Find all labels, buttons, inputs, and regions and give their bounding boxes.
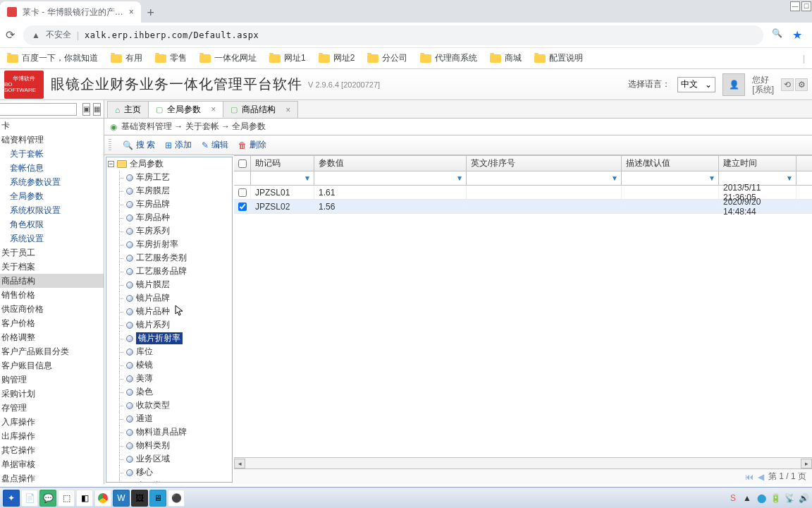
address-bar[interactable]: ▲ 不安全 | xalk.erp.ihberp.com/Default.aspx	[23, 25, 763, 45]
search-button[interactable]: 🔍搜 索	[123, 139, 155, 151]
task-icon[interactable]: ⬚	[58, 490, 75, 507]
sidebar-item[interactable]: 关于员工	[0, 246, 104, 260]
task-icon[interactable]: ◧	[76, 490, 93, 507]
tray-icon[interactable]: S	[727, 492, 739, 504]
tree-item[interactable]: 美薄	[106, 372, 232, 385]
sidebar-item[interactable]: 关于档案	[0, 260, 104, 274]
tree-item[interactable]: 移心	[106, 466, 232, 479]
chrome-icon[interactable]	[94, 490, 111, 507]
column-header[interactable]: 建立时间	[719, 156, 796, 171]
sidebar-item[interactable]: 盘点操作	[0, 471, 104, 484]
table-row[interactable]: JPZSL021.562020/9/20 14:48:44	[234, 200, 812, 214]
bookmark-item[interactable]: 代理商系统	[420, 52, 477, 64]
sidebar-item[interactable]: 系统设置	[0, 231, 104, 246]
filter-cell[interactable]: ▼	[622, 171, 719, 185]
task-icon[interactable]: 🖼	[131, 490, 148, 507]
scroll-right-icon[interactable]: ▸	[801, 459, 812, 468]
sidebar-item[interactable]: 出库操作	[0, 429, 104, 443]
bookmark-item[interactable]: 商城	[490, 52, 522, 64]
tree-item[interactable]: 物料道具品牌	[106, 425, 232, 439]
sidebar-item[interactable]: 关于套帐	[0, 147, 104, 161]
tree-item[interactable]: 库位	[106, 345, 232, 358]
gear-icon[interactable]: ⚙	[795, 78, 808, 91]
column-header[interactable]: 描述/默认值	[622, 156, 719, 171]
tray-icon[interactable]: ▲	[742, 492, 753, 504]
collapse-icon[interactable]: ▣	[82, 103, 90, 116]
reload-icon[interactable]: ⟳	[6, 28, 15, 42]
tree-item[interactable]: 镜片系列	[106, 318, 232, 332]
edit-button[interactable]: ✎编辑	[202, 139, 228, 151]
filter-cell[interactable]	[234, 171, 251, 185]
filter-cell[interactable]: ▼	[251, 171, 314, 185]
prev-page-icon[interactable]: ◀	[758, 472, 764, 482]
sidebar-item[interactable]: 系统参数设置	[0, 175, 104, 189]
sidebar-item[interactable]: 卡	[0, 119, 104, 133]
column-header[interactable]: 英文/排序号	[467, 156, 622, 171]
tree-item[interactable]: 车房品牌	[106, 198, 232, 211]
sidebar-item[interactable]: 础资料管理	[0, 133, 104, 147]
tree-item[interactable]: 通道	[106, 412, 232, 425]
tree-root[interactable]: −全局参数	[106, 157, 232, 171]
delete-button[interactable]: 🗑删除	[238, 139, 266, 151]
task-icon[interactable]: W	[113, 490, 130, 507]
tree-item[interactable]: 镜片品牌	[106, 291, 232, 305]
sidebar-item[interactable]: 购管理	[0, 373, 104, 387]
column-header[interactable]: 助记码	[251, 156, 314, 171]
bookmark-item[interactable]: 网址2	[319, 52, 355, 64]
close-icon[interactable]: ×	[285, 105, 290, 115]
bookmark-item[interactable]: 有用	[111, 52, 142, 64]
content-tab[interactable]: ▢全局参数×	[149, 101, 223, 118]
sidebar-item[interactable]: 系统权限设置	[0, 203, 104, 217]
expand-icon[interactable]: ▦	[93, 103, 101, 116]
bookmark-star-icon[interactable]: ★	[792, 28, 802, 42]
sidebar-item[interactable]: 套帐信息	[0, 161, 104, 175]
sidebar-item[interactable]: 客户账目信息	[0, 358, 104, 373]
sidebar-item[interactable]: 客户价格	[0, 316, 104, 330]
avatar[interactable]: 👤	[722, 73, 745, 96]
bookmark-item[interactable]: 配置说明	[534, 52, 583, 64]
sidebar-item[interactable]: 其它操作	[0, 443, 104, 457]
tree-item[interactable]: 工艺服务类别	[106, 251, 232, 265]
bookmark-item[interactable]: 网址1	[269, 52, 306, 64]
task-icon[interactable]: ✦	[3, 490, 20, 507]
task-icon[interactable]: ⚫	[168, 490, 185, 507]
tree-item[interactable]: 染色	[106, 385, 232, 399]
tree-item[interactable]: 账目类目	[106, 479, 232, 483]
lang-select[interactable]: 中文⌄	[677, 77, 715, 92]
bookmark-item[interactable]: 分公司	[367, 52, 407, 64]
sidebar-item[interactable]: 单据审核	[0, 457, 104, 471]
tree-item[interactable]: 镜片折射率	[106, 332, 232, 345]
scroll-left-icon[interactable]: ◂	[234, 459, 245, 468]
bookmark-item[interactable]: 零售	[155, 52, 187, 64]
minimize-icon[interactable]: —	[790, 1, 800, 11]
filter-cell[interactable]: ▼	[467, 171, 622, 185]
content-tab[interactable]: ⌂主页	[107, 101, 149, 118]
task-icon[interactable]: 📄	[21, 490, 38, 507]
new-tab-button[interactable]: +	[141, 3, 161, 23]
filter-cell[interactable]: ▼	[314, 171, 467, 185]
row-checkbox[interactable]	[238, 188, 247, 197]
sidebar-item[interactable]: 客户产品账目分类	[0, 344, 104, 358]
tree-item[interactable]: 业务区域	[106, 452, 232, 466]
tray-icon[interactable]: ⬤	[756, 492, 767, 504]
sidebar-item[interactable]: 供应商价格	[0, 302, 104, 316]
tree-item[interactable]: 物料类别	[106, 439, 232, 452]
tray-icon[interactable]: 📡	[784, 492, 795, 504]
collapse-icon[interactable]: −	[108, 161, 114, 167]
content-tab[interactable]: ▢商品结构×	[223, 101, 298, 118]
row-checkbox[interactable]	[238, 202, 247, 211]
tree-item[interactable]: 车房品种	[106, 211, 232, 224]
tree-item[interactable]: 棱镜	[106, 358, 232, 372]
tree-item[interactable]: 工艺服务品牌	[106, 265, 232, 278]
bookmark-item[interactable]: 百度一下，你就知道	[7, 52, 98, 64]
tree-item[interactable]: 车房系列	[106, 224, 232, 238]
tree-item[interactable]: 车房膜层	[106, 184, 232, 198]
task-icon[interactable]: 💬	[39, 490, 56, 507]
tray-icon[interactable]: 🔋	[770, 492, 781, 504]
maximize-icon[interactable]: ☐	[801, 1, 811, 11]
tree-item[interactable]: 收款类型	[106, 399, 232, 412]
select-all-checkbox[interactable]	[234, 156, 251, 171]
sidebar-item[interactable]: 存管理	[0, 401, 104, 415]
search-icon[interactable]: 🔍	[772, 28, 782, 42]
tray-icon[interactable]: 🔊	[798, 492, 809, 504]
